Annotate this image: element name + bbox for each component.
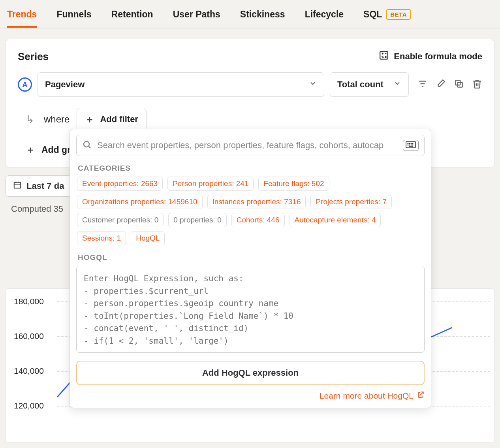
category-chip[interactable]: Customer properties: 0 — [77, 213, 164, 227]
enable-formula-mode-button[interactable]: Enable formula mode — [379, 50, 482, 63]
y-axis-label: 140,000 — [14, 366, 44, 376]
chevron-down-icon — [393, 79, 401, 90]
categories-label: CATEGORIES — [78, 164, 423, 173]
filter-icon[interactable] — [417, 79, 428, 90]
metric-selector[interactable]: Total count — [330, 72, 409, 97]
svg-line-18 — [89, 147, 91, 149]
svg-point-27 — [412, 145, 413, 145]
search-icon — [82, 140, 92, 151]
y-axis-label: 120,000 — [14, 401, 44, 410]
hogql-expression-input[interactable] — [76, 266, 425, 353]
svg-point-23 — [412, 143, 413, 144]
add-hogql-expression-button[interactable]: Add HogQL expression — [76, 361, 425, 385]
category-chip[interactable]: Instances properties: 7316 — [207, 195, 306, 209]
tab-lifecycle[interactable]: Lifecycle — [305, 9, 344, 27]
svg-point-17 — [84, 141, 89, 147]
filter-search-input[interactable] — [97, 140, 397, 151]
where-arrow-icon: ↳ — [26, 113, 34, 126]
filter-search-wrap — [76, 135, 425, 156]
y-axis-label: 180,000 — [14, 297, 44, 306]
category-chip[interactable]: Event properties: 2663 — [77, 177, 163, 191]
svg-point-25 — [409, 145, 410, 145]
plus-icon: ＋ — [85, 113, 94, 126]
tab-stickiness[interactable]: Stickiness — [240, 9, 285, 27]
hogql-label: HOGQL — [78, 253, 423, 262]
svg-point-24 — [408, 145, 408, 145]
tab-retention[interactable]: Retention — [111, 9, 153, 27]
svg-line-5 — [382, 56, 383, 58]
keyboard-icon — [403, 140, 419, 151]
category-chip[interactable]: Projects properties: 7 — [310, 195, 392, 209]
formula-icon — [379, 50, 389, 63]
category-chip[interactable]: Person properties: 241 — [167, 177, 254, 191]
categories-chip-group: Event properties: 2663Person properties:… — [77, 177, 424, 245]
where-label: where — [44, 114, 70, 125]
series-title: Series — [18, 51, 49, 63]
svg-point-22 — [411, 143, 412, 144]
plus-icon: ＋ — [26, 143, 35, 156]
date-range-selector[interactable]: Last 7 da — [6, 175, 71, 197]
event-selector[interactable]: Pageview — [38, 72, 324, 97]
tab-funnels[interactable]: Funnels — [56, 9, 91, 27]
beta-badge: BETA — [386, 9, 411, 20]
category-chip[interactable]: Sessions: 1 — [77, 231, 126, 245]
svg-rect-13 — [14, 183, 21, 188]
insight-type-tabs: Trends Funnels Retention User Paths Stic… — [0, 0, 500, 28]
learn-more-label: Learn more about HogQL — [320, 391, 414, 401]
chevron-down-icon — [309, 79, 317, 90]
category-chip[interactable]: Cohorts: 446 — [231, 213, 285, 227]
category-chip[interactable]: HogQL — [131, 231, 165, 245]
svg-point-26 — [411, 145, 412, 145]
svg-point-21 — [409, 143, 410, 144]
series-letter-badge: A — [18, 77, 32, 92]
filter-property-popover: CATEGORIES Event properties: 2663Person … — [70, 129, 431, 408]
trash-icon[interactable] — [472, 79, 482, 90]
external-link-icon — [417, 391, 425, 401]
tab-user-paths[interactable]: User Paths — [173, 9, 220, 27]
learn-more-hogql-link[interactable]: Learn more about HogQL — [76, 391, 425, 401]
category-chip[interactable]: 0 properties: 0 — [168, 213, 226, 227]
tab-sql[interactable]: SQL — [363, 9, 382, 20]
category-chip[interactable]: Autocapture elements: 4 — [289, 213, 381, 227]
tab-trends[interactable]: Trends — [7, 9, 37, 27]
event-selector-label: Pageview — [45, 79, 85, 90]
add-graph-label: Add gr — [41, 145, 71, 155]
add-filter-button[interactable]: ＋ Add filter — [77, 108, 147, 131]
metric-selector-label: Total count — [337, 79, 383, 90]
svg-point-20 — [408, 143, 408, 144]
calendar-icon — [13, 181, 22, 192]
svg-rect-0 — [380, 51, 388, 59]
formula-toggle-label: Enable formula mode — [394, 51, 482, 62]
y-axis-label: 160,000 — [14, 331, 44, 341]
add-filter-label: Add filter — [100, 114, 138, 124]
copy-icon[interactable] — [454, 79, 464, 90]
edit-icon[interactable] — [436, 79, 446, 90]
date-range-label: Last 7 da — [26, 181, 64, 191]
category-chip[interactable]: Organizations properties: 1459610 — [77, 195, 203, 209]
category-chip[interactable]: Feature flags: 502 — [258, 177, 329, 191]
